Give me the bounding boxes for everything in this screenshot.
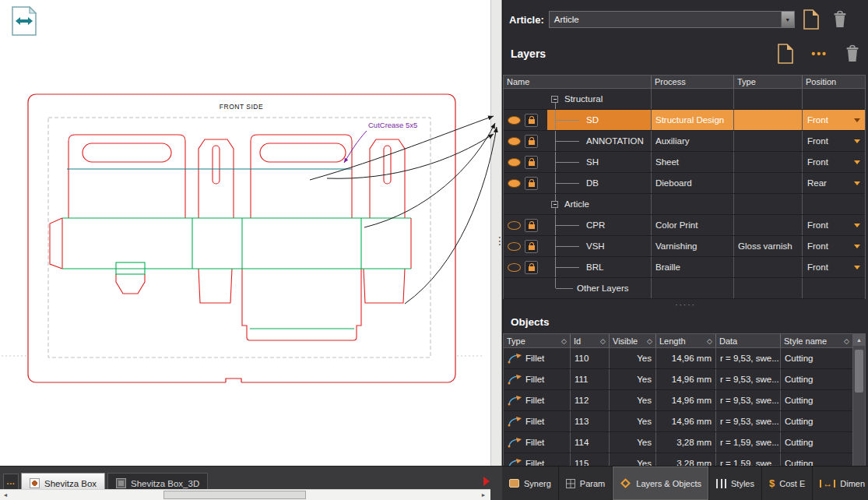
visibility-toggle-icon[interactable] [508, 179, 521, 188]
layer-row[interactable]: BRL Braille Front [504, 257, 865, 278]
delete-layer-icon[interactable] [845, 44, 860, 63]
layer-type [734, 110, 803, 130]
visibility-toggle-icon[interactable] [508, 263, 521, 272]
sort-icon[interactable]: ◇ [707, 337, 712, 345]
horizontal-scrollbar[interactable] [0, 489, 490, 500]
layer-row[interactable]: ANNOTATION Auxiliary Front [504, 131, 865, 152]
scroll-up-arrow[interactable] [853, 334, 865, 346]
tab-cost-estimation[interactable]: Cost E [762, 467, 813, 500]
visibility-toggle-icon[interactable] [508, 221, 521, 230]
object-type: Fillet [525, 375, 544, 384]
scroll-left-arrow[interactable] [0, 490, 11, 500]
position-dropdown-icon[interactable] [854, 118, 860, 122]
new-layer-icon[interactable] [777, 44, 794, 64]
new-article-icon[interactable] [803, 9, 820, 30]
parameters-grid-icon [566, 479, 575, 488]
objects-column-header[interactable]: Id ◇ [571, 334, 610, 347]
layer-row[interactable]: Structural [504, 89, 865, 110]
fillet-icon [508, 416, 522, 427]
position-dropdown-icon[interactable] [854, 245, 860, 248]
scroll-right-arrow[interactable] [478, 490, 489, 500]
visibility-toggle-icon[interactable] [508, 137, 521, 146]
object-style-name: Cutting [781, 390, 852, 410]
tab-label: Cost E [779, 479, 805, 488]
article-label: Article: [509, 14, 544, 26]
layer-type [734, 257, 803, 277]
object-row[interactable]: Fillet 115 Yes 3,28 mm r = 1,59, swe... … [504, 453, 852, 467]
layer-process: Braille [652, 257, 734, 277]
objects-scrollbar-thumb[interactable] [855, 350, 863, 393]
object-row[interactable]: Fillet 111 Yes 14,96 mm r = 9,53, swe...… [504, 369, 852, 390]
layer-process: Sheet [652, 152, 734, 172]
lock-icon[interactable] [525, 114, 538, 127]
visibility-toggle-icon[interactable] [508, 158, 521, 167]
lock-icon[interactable] [525, 240, 538, 253]
layer-row[interactable]: SD Structural Design Front [504, 110, 865, 131]
layer-row[interactable]: Article [504, 194, 865, 215]
layer-row[interactable]: SH Sheet Front [504, 152, 865, 173]
position-dropdown-icon[interactable] [854, 266, 860, 269]
objects-column-header[interactable]: Type ◇ [504, 334, 571, 347]
layer-options-icon[interactable]: ••• [811, 48, 828, 60]
tab-parameters[interactable]: Param [559, 467, 613, 500]
lock-icon[interactable] [525, 177, 538, 190]
object-data: r = 1,59, swe... [716, 432, 781, 452]
layer-name: SD [586, 115, 599, 125]
lock-icon[interactable] [525, 135, 538, 148]
object-data: r = 9,53, swe... [716, 369, 781, 389]
fillet-icon [508, 437, 522, 448]
tab-scroll-arrow-icon[interactable] [483, 477, 490, 486]
object-data: r = 9,53, swe... [716, 348, 781, 368]
sort-icon[interactable]: ◇ [844, 337, 849, 345]
object-row[interactable]: Fillet 114 Yes 3,28 mm r = 1,59, swe... … [504, 432, 852, 453]
objects-scrollbar[interactable] [852, 334, 865, 466]
article-dropdown[interactable]: Article [549, 11, 795, 28]
tab-styles[interactable]: Styles [709, 467, 762, 500]
sheet-format-icon[interactable] [10, 5, 38, 40]
tab-layers-and-objects[interactable]: Layers & Objects [613, 467, 709, 500]
position-dropdown-icon[interactable] [854, 181, 860, 185]
visibility-toggle-icon[interactable] [508, 116, 521, 125]
objects-section-header: Objects [503, 310, 868, 333]
styles-bars-icon [716, 479, 726, 488]
object-row[interactable]: Fillet 112 Yes 14,96 mm r = 9,53, swe...… [504, 390, 852, 411]
position-dropdown-icon[interactable] [854, 139, 860, 143]
visibility-toggle-icon[interactable] [508, 242, 521, 251]
objects-column-header[interactable]: Style name ◇ [781, 334, 852, 347]
layer-position: Front [807, 241, 828, 251]
objects-column-header[interactable]: Data [716, 334, 781, 347]
objects-column-header[interactable]: Length ◇ [656, 334, 716, 347]
tab-dimensions[interactable]: Dimen [813, 467, 868, 500]
layer-row[interactable]: Other Layers [504, 278, 865, 299]
sections-splitter-handle[interactable]: ····· [503, 299, 868, 310]
tab-synergy[interactable]: Synerg [502, 467, 559, 500]
layers-column-header[interactable]: Type [734, 76, 803, 88]
drawing-canvas[interactable] [0, 0, 490, 466]
layers-column-header[interactable]: Process [652, 76, 734, 88]
horizontal-scrollbar-thumb[interactable] [163, 491, 306, 499]
layers-column-header[interactable]: Position [803, 76, 865, 88]
objects-column-header[interactable]: Visible ◇ [610, 334, 656, 347]
sort-icon[interactable]: ◇ [600, 337, 606, 345]
dropdown-arrow-icon[interactable] [781, 12, 794, 27]
position-dropdown-icon[interactable] [854, 224, 860, 227]
column-label: Id [574, 336, 581, 346]
object-row[interactable]: Fillet 110 Yes 14,96 mm r = 9,53, swe...… [504, 348, 852, 369]
lock-icon[interactable] [525, 219, 538, 232]
sort-icon[interactable]: ◇ [561, 337, 567, 345]
delete-article-icon[interactable] [832, 10, 848, 29]
sort-icon[interactable]: ◇ [647, 337, 652, 345]
object-row[interactable]: Fillet 113 Yes 14,96 mm r = 9,53, swe...… [504, 411, 852, 432]
layer-row[interactable]: VSH Varnishing Gloss varnish Front [504, 236, 865, 257]
layers-column-header[interactable]: Name [504, 76, 652, 88]
tree-collapse-icon[interactable] [551, 201, 558, 208]
layer-row[interactable]: DB Dieboard Rear [504, 173, 865, 194]
position-dropdown-icon[interactable] [854, 160, 860, 164]
tree-connector [555, 236, 556, 256]
lock-icon[interactable] [525, 156, 538, 169]
tree-collapse-icon[interactable] [551, 96, 558, 103]
lock-icon[interactable] [525, 261, 538, 274]
layers-section-header: Layers ••• [503, 39, 868, 69]
panel-splitter[interactable] [490, 0, 502, 466]
layer-row[interactable]: CPR Color Print Front [504, 215, 865, 236]
